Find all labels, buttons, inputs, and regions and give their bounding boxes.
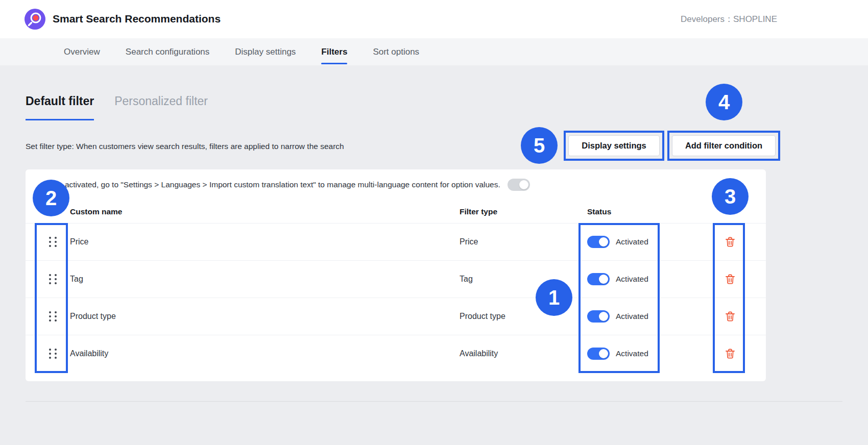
custom-name-text: Price — [70, 237, 88, 246]
translation-toggle[interactable] — [508, 179, 530, 191]
toggle-knob — [599, 237, 608, 246]
toggle-knob — [599, 349, 608, 358]
drag-handle[interactable] — [26, 237, 70, 247]
delete-cell — [724, 310, 766, 323]
filter-description: Set filter type: When customers view sea… — [26, 142, 344, 151]
filter-type-text: Tag — [460, 275, 473, 283]
tab-default-filter[interactable]: Default filter — [26, 94, 94, 120]
status-label: Activated — [616, 275, 648, 284]
drag-handle[interactable] — [26, 349, 70, 359]
toggle-knob — [519, 180, 528, 189]
table-header-row: Custom name Filter type Status — [26, 200, 766, 223]
table-row: Tag Tag Activated — [26, 260, 766, 298]
column-header-filter-type: Filter type — [460, 207, 587, 216]
nav-tab-filters[interactable]: Filters — [321, 38, 347, 65]
delete-button[interactable] — [724, 348, 736, 360]
developers-label: Developers：SHOPLINE — [681, 13, 777, 25]
custom-name-text: Availability — [70, 349, 108, 358]
status-cell: Activated — [587, 348, 724, 360]
trash-icon — [724, 273, 736, 285]
drag-handle[interactable] — [26, 311, 70, 322]
delete-button[interactable] — [724, 236, 736, 248]
annotation-circle-5: 5 — [521, 127, 558, 164]
filter-tabs: Default filter Personalized filter — [26, 94, 208, 120]
status-toggle[interactable] — [587, 236, 610, 248]
custom-name-cell: Tag — [70, 275, 460, 284]
custom-name-cell: Availability — [70, 349, 460, 358]
annotation-circle-4: 4 — [706, 84, 742, 120]
filter-type-cell: Product type — [460, 312, 587, 321]
drag-handle-icon — [49, 274, 57, 284]
table-row: Price Price Activated — [26, 223, 766, 260]
page-title: Smart Search Recommendations — [53, 13, 221, 25]
toggle-knob — [599, 275, 608, 284]
trash-icon — [724, 348, 736, 360]
nav-tab-search-configurations[interactable]: Search configurations — [126, 38, 209, 65]
section-divider — [26, 401, 842, 402]
annotation-box-add-filter-condition: Add filter condition — [667, 131, 780, 161]
table-row: Product type Product type Activated — [26, 298, 766, 335]
table-row: Availability Availability Activated — [26, 335, 766, 372]
column-header-custom-name: Custom name — [70, 207, 460, 216]
filter-type-text: Product type — [460, 312, 505, 320]
default-filter-card: e activated, go to "Settings > Languages… — [26, 169, 766, 381]
nav-tab-display-settings[interactable]: Display settings — [235, 38, 296, 65]
translation-banner: e activated, go to "Settings > Languages… — [26, 169, 766, 200]
top-nav: Overview Search configurations Display s… — [0, 38, 868, 65]
delete-button[interactable] — [724, 273, 736, 285]
status-label: Activated — [616, 349, 648, 358]
custom-name-text: Tag — [70, 275, 83, 283]
add-filter-condition-button[interactable]: Add filter condition — [672, 135, 776, 156]
status-toggle[interactable] — [587, 310, 610, 323]
delete-cell — [724, 273, 766, 285]
delete-cell — [724, 348, 766, 360]
filter-type-text: Availability — [460, 349, 498, 358]
filter-type-text: Price — [460, 237, 478, 246]
status-cell: Activated — [587, 236, 724, 248]
filter-type-cell: Availability — [460, 349, 587, 358]
trash-icon — [724, 236, 736, 248]
drag-handle[interactable] — [26, 274, 70, 284]
status-label: Activated — [616, 237, 648, 246]
filter-type-cell: Tag — [460, 275, 587, 284]
page: Smart Search Recommendations Developers：… — [0, 0, 868, 445]
custom-name-cell: Price — [70, 237, 460, 246]
toggle-knob — [599, 312, 608, 321]
delete-button[interactable] — [724, 310, 736, 323]
filter-table-body: Price Price Activated — [26, 223, 766, 372]
status-toggle[interactable] — [587, 273, 610, 285]
status-cell: Activated — [587, 273, 724, 285]
display-settings-button[interactable]: Display settings — [568, 135, 660, 156]
status-toggle[interactable] — [587, 348, 610, 360]
column-header-status: Status — [587, 207, 724, 216]
delete-cell — [724, 236, 766, 248]
status-cell: Activated — [587, 310, 724, 323]
status-label: Activated — [616, 312, 648, 321]
drag-handle-icon — [49, 349, 57, 359]
annotation-box-display-settings: Display settings — [564, 131, 664, 161]
custom-name-cell: Product type — [70, 312, 460, 321]
tab-personalized-filter[interactable]: Personalized filter — [114, 94, 208, 120]
app-header: Smart Search Recommendations Developers：… — [0, 0, 868, 38]
translation-banner-text: e activated, go to "Settings > Languages… — [58, 180, 500, 189]
app-logo-icon — [25, 9, 45, 30]
drag-handle-icon — [49, 311, 57, 322]
nav-tab-overview[interactable]: Overview — [64, 38, 100, 65]
drag-handle-icon — [49, 237, 57, 247]
filter-type-cell: Price — [460, 237, 587, 246]
trash-icon — [724, 310, 736, 323]
custom-name-text: Product type — [70, 312, 116, 320]
nav-tab-sort-options[interactable]: Sort options — [373, 38, 419, 65]
